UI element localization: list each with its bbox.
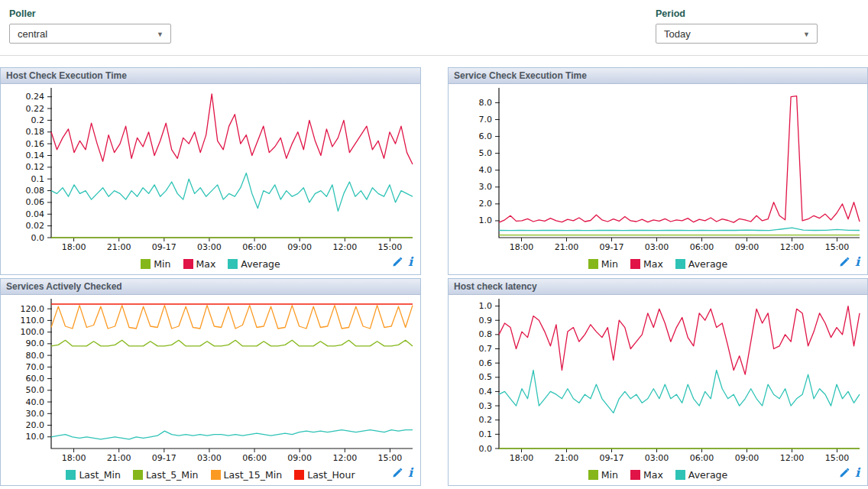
poller-label: Poller bbox=[9, 8, 171, 19]
svg-text:0.1: 0.1 bbox=[479, 429, 493, 439]
svg-text:0.0: 0.0 bbox=[479, 444, 493, 454]
svg-text:0.24: 0.24 bbox=[26, 92, 45, 102]
svg-text:18:00: 18:00 bbox=[510, 242, 534, 252]
svg-text:10.0: 10.0 bbox=[26, 432, 45, 442]
svg-text:15:00: 15:00 bbox=[378, 453, 403, 463]
svg-text:70.0: 70.0 bbox=[26, 362, 45, 372]
svg-text:0.04: 0.04 bbox=[26, 209, 45, 219]
svg-text:06:00: 06:00 bbox=[690, 453, 714, 463]
svg-text:03:00: 03:00 bbox=[197, 453, 222, 463]
graph-info-icon[interactable]: i bbox=[408, 257, 413, 267]
svg-text:30.0: 30.0 bbox=[26, 409, 45, 419]
svg-text:21:00: 21:00 bbox=[107, 242, 131, 252]
legend-item: Last_Min bbox=[66, 469, 120, 481]
period-select[interactable]: Today ▼ bbox=[656, 24, 818, 44]
edit-graph-pencil-icon[interactable] bbox=[839, 468, 850, 478]
legend-label: Min bbox=[601, 469, 618, 481]
svg-text:09-17: 09-17 bbox=[152, 242, 177, 252]
legend-item: Min bbox=[588, 469, 618, 481]
legend-swatch bbox=[630, 259, 640, 269]
poller-select-value: central bbox=[18, 28, 47, 40]
edit-graph-pencil-icon[interactable] bbox=[392, 257, 403, 267]
legend-swatch bbox=[630, 470, 640, 480]
svg-text:0.4: 0.4 bbox=[479, 387, 493, 397]
legend-swatch bbox=[183, 259, 193, 269]
legend-swatch bbox=[141, 259, 151, 269]
svg-text:18:00: 18:00 bbox=[62, 242, 86, 252]
legend-swatch bbox=[675, 259, 685, 269]
graph-info-icon[interactable]: i bbox=[855, 257, 860, 267]
legend-item: Average bbox=[675, 469, 727, 481]
legend-label: Last_15_Min bbox=[224, 469, 283, 481]
svg-text:03:00: 03:00 bbox=[645, 242, 669, 252]
chart-legend: MinMaxAverage bbox=[134, 258, 286, 270]
panel-title: Host Check Execution Time bbox=[1, 68, 420, 84]
svg-text:0.8: 0.8 bbox=[479, 329, 493, 339]
svg-text:06:00: 06:00 bbox=[690, 242, 714, 252]
legend-item: Min bbox=[588, 258, 618, 270]
edit-graph-pencil-icon[interactable] bbox=[392, 468, 403, 478]
svg-text:8.0: 8.0 bbox=[479, 98, 493, 108]
svg-text:12:00: 12:00 bbox=[780, 242, 805, 252]
svg-text:120.0: 120.0 bbox=[21, 304, 45, 314]
legend-label: Last_5_Min bbox=[146, 469, 199, 481]
legend-label: Last_Hour bbox=[307, 469, 355, 481]
svg-text:0.2: 0.2 bbox=[31, 115, 45, 125]
svg-text:7.0: 7.0 bbox=[479, 115, 493, 125]
chart-canvas-services-actively-checked: 120.0110.0100.090.080.070.060.050.040.03… bbox=[1, 295, 420, 465]
edit-graph-pencil-icon[interactable] bbox=[839, 257, 850, 267]
svg-text:0.2: 0.2 bbox=[479, 415, 493, 425]
svg-text:0.9: 0.9 bbox=[479, 316, 493, 325]
svg-text:12:00: 12:00 bbox=[332, 242, 357, 252]
svg-text:09:00: 09:00 bbox=[287, 453, 312, 463]
svg-text:15:00: 15:00 bbox=[825, 242, 850, 252]
svg-text:18:00: 18:00 bbox=[62, 453, 86, 463]
svg-text:0.5: 0.5 bbox=[479, 372, 493, 382]
svg-text:09-17: 09-17 bbox=[152, 453, 177, 463]
svg-text:3.0: 3.0 bbox=[479, 182, 493, 192]
svg-text:50.0: 50.0 bbox=[26, 385, 45, 395]
legend-swatch bbox=[133, 470, 143, 480]
svg-text:0.08: 0.08 bbox=[26, 186, 45, 196]
svg-text:06:00: 06:00 bbox=[242, 453, 267, 463]
graph-info-icon[interactable]: i bbox=[855, 468, 860, 478]
svg-text:0.7: 0.7 bbox=[479, 344, 493, 354]
svg-text:2.0: 2.0 bbox=[479, 199, 493, 209]
svg-text:0.06: 0.06 bbox=[26, 197, 45, 207]
period-field: Period Today ▼ bbox=[656, 8, 818, 44]
legend-label: Average bbox=[688, 258, 727, 270]
poller-select[interactable]: central ▼ bbox=[9, 24, 171, 44]
legend-swatch bbox=[294, 470, 304, 480]
legend-label: Average bbox=[688, 469, 727, 481]
chart-canvas-service-check-execution-time: 8.07.06.05.04.03.02.01.018:0021:0009-170… bbox=[449, 84, 867, 254]
panel-services-actively-checked: Services Actively Checked 120.0110.0100.… bbox=[0, 278, 421, 486]
graph-info-icon[interactable]: i bbox=[408, 468, 413, 478]
filter-bar: Poller central ▼ Period Today ▼ bbox=[0, 0, 868, 56]
svg-text:12:00: 12:00 bbox=[780, 453, 805, 463]
panel-service-check-execution-time: Service Check Execution Time 8.07.06.05.… bbox=[448, 67, 868, 275]
legend-item: Average bbox=[228, 258, 280, 270]
legend-swatch bbox=[66, 470, 76, 480]
legend-label: Max bbox=[196, 258, 216, 270]
svg-text:0.16: 0.16 bbox=[26, 139, 45, 149]
legend-swatch bbox=[211, 470, 221, 480]
chart-legend: Last_MinLast_5_MinLast_15_MinLast_Hour bbox=[60, 469, 361, 481]
svg-text:60.0: 60.0 bbox=[26, 374, 45, 384]
svg-text:18:00: 18:00 bbox=[510, 453, 534, 463]
svg-text:0.3: 0.3 bbox=[479, 401, 493, 411]
legend-item: Last_5_Min bbox=[133, 469, 199, 481]
svg-text:21:00: 21:00 bbox=[107, 453, 131, 463]
legend-label: Max bbox=[643, 258, 663, 270]
legend-swatch bbox=[588, 259, 598, 269]
poller-field: Poller central ▼ bbox=[9, 8, 171, 44]
svg-text:0.12: 0.12 bbox=[26, 162, 45, 172]
svg-text:09:00: 09:00 bbox=[287, 242, 312, 252]
charts-grid: Host Check Execution Time 0.240.220.20.1… bbox=[0, 67, 868, 486]
legend-label: Last_Min bbox=[79, 469, 120, 481]
svg-text:0.22: 0.22 bbox=[26, 104, 45, 114]
legend-swatch bbox=[228, 259, 238, 269]
svg-text:0.0: 0.0 bbox=[31, 233, 45, 243]
svg-text:03:00: 03:00 bbox=[197, 242, 222, 252]
svg-text:21:00: 21:00 bbox=[555, 453, 579, 463]
svg-text:09:00: 09:00 bbox=[735, 242, 760, 252]
